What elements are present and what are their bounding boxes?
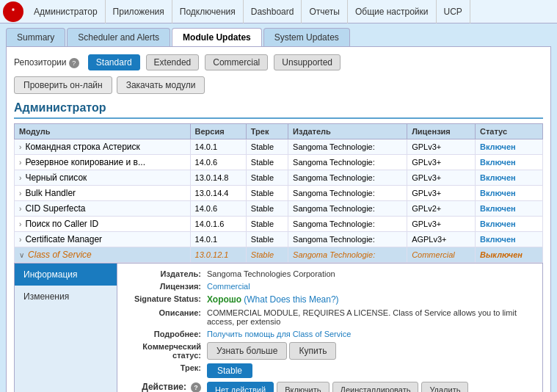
cell-module: › Черный список — [15, 170, 191, 186]
table-row[interactable]: › Резервное копирование и в... 14.0.6 St… — [15, 155, 543, 170]
btn-repo-standard[interactable]: Standard — [88, 54, 140, 70]
btn-enable[interactable]: Включить — [277, 382, 329, 392]
btn-delete[interactable]: Удалить — [421, 382, 468, 392]
collapse-icon[interactable]: ∨ — [19, 251, 24, 259]
btn-repo-commercial[interactable]: Commercial — [205, 54, 268, 70]
expand-icon[interactable]: › — [19, 220, 21, 228]
modules-table: Модуль Версия Трек Издатель Лицензия Ста… — [14, 123, 543, 263]
cell-module: ∨ Class of Service — [15, 247, 191, 263]
detail-sig-extra[interactable]: (What Does this Mean?) — [244, 294, 338, 305]
cell-track: Stable — [246, 170, 288, 186]
nav-reports[interactable]: Отчеты — [302, 0, 347, 23]
action-buttons: Нет действий Включить Деинсталлировать У… — [207, 382, 468, 392]
detail-desc-label: Описание: — [126, 308, 207, 317]
expand-icon[interactable]: › — [19, 159, 21, 167]
expand-icon[interactable]: › — [19, 189, 21, 197]
col-license: Лицензия — [407, 124, 476, 139]
repo-tooltip-icon[interactable]: ? — [69, 58, 79, 68]
expand-icon[interactable]: › — [19, 205, 21, 213]
cell-version: 13.0.14.8 — [190, 170, 246, 186]
cell-publisher: Sangoma Technologie: — [288, 139, 407, 155]
btn-stable[interactable]: Stable — [207, 363, 252, 378]
detail-more-link[interactable]: Получить помощь для Class of Service — [207, 330, 534, 338]
cell-module: › Bulk Handler — [15, 186, 191, 201]
cell-license: GPLv2+ — [407, 201, 476, 217]
tab-system-updates[interactable]: System Updates — [263, 28, 350, 46]
detail-row-sig: Signature Status: Хорошо (What Does this… — [126, 294, 534, 305]
detail-license-label: Лицензия: — [126, 282, 207, 291]
detail-sidebar-info[interactable]: Информация — [15, 264, 117, 286]
cell-status: Включен — [475, 186, 542, 201]
detail-sig-value: Хорошо (What Does this Mean?) — [207, 294, 534, 305]
detail-row-track: Трек: Stable — [126, 363, 534, 378]
detail-sidebar: Информация Изменения — [15, 264, 117, 392]
cell-publisher: Sangoma Technologie: — [288, 247, 407, 263]
section-title: Администратор — [14, 101, 543, 119]
cell-version: 13.0.12.1 — [190, 247, 246, 263]
tab-module-updates[interactable]: Module Updates — [172, 28, 262, 46]
tab-scheduler[interactable]: Scheduler and Alerts — [67, 28, 170, 46]
detail-sig-label: Signature Status: — [126, 294, 207, 303]
cell-publisher: Sangoma Technologie: — [288, 170, 407, 186]
cell-license: AGPLv3+ — [407, 232, 476, 247]
btn-download-modules[interactable]: Закачать модули — [117, 76, 205, 94]
nav-connections[interactable]: Подключения — [172, 0, 244, 23]
col-status: Статус — [475, 124, 542, 139]
cell-track: Stable — [246, 186, 288, 201]
nav-settings[interactable]: Общие настройки — [348, 0, 437, 23]
nav-ucp[interactable]: UCP — [437, 0, 470, 23]
btn-noop[interactable]: Нет действий — [207, 382, 274, 392]
cell-status: Включен — [475, 155, 542, 170]
nav-apps[interactable]: Приложения — [106, 0, 172, 23]
nav-dashboard[interactable]: Dashboard — [244, 0, 302, 23]
main-content: Репозитории ? Standard Extended Commerci… — [6, 46, 551, 392]
detail-action-tooltip-icon[interactable]: ? — [191, 382, 201, 392]
cell-publisher: Sangoma Technologie: — [288, 232, 407, 247]
btn-learn-more[interactable]: Узнать больше — [207, 342, 287, 360]
detail-publisher-value: Sangoma Technologies Corporation — [207, 269, 534, 278]
table-row[interactable]: ∨ Class of Service 13.0.12.1 Stable Sang… — [15, 247, 543, 263]
cell-license: GPLv3+ — [407, 186, 476, 201]
detail-track-value: Stable — [207, 363, 534, 378]
col-module: Модуль — [15, 124, 191, 139]
cell-status: Выключен — [475, 247, 542, 263]
table-row[interactable]: › Certificate Manager 14.0.1 Stable Sang… — [15, 232, 543, 247]
logo: * — [3, 1, 23, 22]
col-version: Версия — [190, 124, 246, 139]
cell-track: Stable — [246, 217, 288, 232]
detail-row-publisher: Издатель: Sangoma Technologies Corporati… — [126, 269, 534, 278]
btn-buy[interactable]: Купить — [289, 342, 336, 360]
cell-track: Stable — [246, 247, 288, 263]
cell-status: Включен — [475, 139, 542, 155]
cell-version: 14.0.1 — [190, 139, 246, 155]
btn-repo-unsupported[interactable]: Unsupported — [274, 54, 341, 70]
table-row[interactable]: › Bulk Handler 13.0.14.4 Stable Sangoma … — [15, 186, 543, 201]
cell-version: 14.0.6 — [190, 201, 246, 217]
table-row[interactable]: › Черный список 13.0.14.8 Stable Sangoma… — [15, 170, 543, 186]
expand-icon[interactable]: › — [19, 174, 21, 182]
action-row: Проверить он-лайн Закачать модули — [14, 76, 543, 94]
expand-icon[interactable]: › — [19, 236, 21, 244]
detail-license-value[interactable]: Commercial — [207, 282, 534, 291]
table-row[interactable]: › CID Superfecta 14.0.6 Stable Sangoma T… — [15, 201, 543, 217]
table-row[interactable]: › Поиск по Caller ID 14.0.1.6 Stable San… — [15, 217, 543, 232]
cell-track: Stable — [246, 201, 288, 217]
btn-deinstall[interactable]: Деинсталлировать — [332, 382, 419, 392]
col-track: Трек — [246, 124, 288, 139]
detail-sidebar-changes[interactable]: Изменения — [15, 286, 117, 308]
nav-admin[interactable]: Администратор — [26, 0, 106, 23]
detail-row-action: Действие: ? Нет действий Включить Деинст… — [126, 382, 534, 392]
btn-check-online[interactable]: Проверить он-лайн — [14, 76, 112, 94]
cell-version: 14.0.1 — [190, 232, 246, 247]
cell-module: › Резервное копирование и в... — [15, 155, 191, 170]
tab-summary[interactable]: Summary — [6, 28, 65, 46]
cell-module: › Поиск по Caller ID — [15, 217, 191, 232]
cell-status: Включен — [475, 232, 542, 247]
cell-license: GPLv3+ — [407, 139, 476, 155]
cell-status: Включен — [475, 201, 542, 217]
table-row[interactable]: › Командная строка Астериск 14.0.1 Stabl… — [15, 139, 543, 155]
btn-repo-extended[interactable]: Extended — [146, 54, 200, 70]
cell-publisher: Sangoma Technologie: — [288, 201, 407, 217]
cell-license: GPLv3+ — [407, 217, 476, 232]
expand-icon[interactable]: › — [19, 143, 21, 151]
